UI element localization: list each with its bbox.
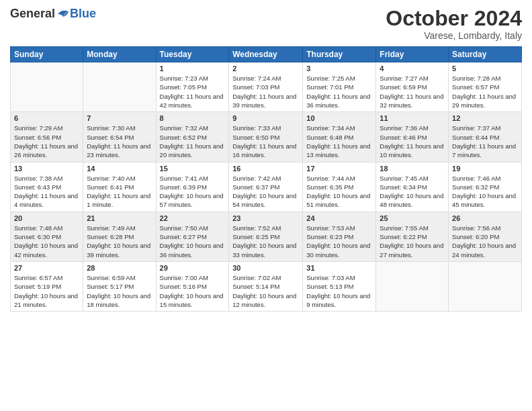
day-info: Sunrise: 7:45 AM Sunset: 6:34 PM Dayligh… bbox=[380, 174, 445, 210]
day-number: 27 bbox=[14, 264, 79, 272]
table-row: 31Sunrise: 7:03 AM Sunset: 5:13 PM Dayli… bbox=[303, 261, 376, 311]
table-row: 28Sunrise: 6:59 AM Sunset: 5:17 PM Dayli… bbox=[83, 261, 156, 311]
day-number: 12 bbox=[452, 114, 518, 122]
table-row: 10Sunrise: 7:34 AM Sunset: 6:48 PM Dayli… bbox=[303, 112, 376, 162]
day-info: Sunrise: 7:23 AM Sunset: 7:05 PM Dayligh… bbox=[160, 74, 226, 109]
day-number: 18 bbox=[380, 165, 445, 173]
table-row: 2Sunrise: 7:24 AM Sunset: 7:03 PM Daylig… bbox=[229, 62, 303, 112]
table-row: 3Sunrise: 7:25 AM Sunset: 7:01 PM Daylig… bbox=[303, 62, 376, 112]
day-number: 13 bbox=[14, 165, 79, 173]
day-info: Sunrise: 7:55 AM Sunset: 6:22 PM Dayligh… bbox=[380, 224, 445, 259]
day-info: Sunrise: 6:59 AM Sunset: 5:17 PM Dayligh… bbox=[87, 273, 152, 309]
day-number: 10 bbox=[306, 114, 372, 122]
day-number: 20 bbox=[14, 214, 79, 222]
logo: General Blue bbox=[10, 7, 96, 21]
col-sunday: Sunday bbox=[11, 47, 83, 62]
header: General Blue October 2024 Varese, Lombar… bbox=[10, 7, 522, 41]
day-number: 8 bbox=[160, 114, 226, 122]
day-number: 24 bbox=[306, 214, 372, 222]
logo-bird-icon bbox=[56, 7, 70, 21]
calendar-week-5: 27Sunrise: 6:57 AM Sunset: 5:19 PM Dayli… bbox=[11, 261, 522, 311]
day-info: Sunrise: 7:30 AM Sunset: 6:54 PM Dayligh… bbox=[87, 124, 152, 159]
table-row: 6Sunrise: 7:29 AM Sunset: 6:56 PM Daylig… bbox=[11, 112, 83, 162]
day-info: Sunrise: 7:42 AM Sunset: 6:37 PM Dayligh… bbox=[232, 174, 299, 210]
day-info: Sunrise: 7:28 AM Sunset: 6:57 PM Dayligh… bbox=[452, 74, 518, 109]
day-number: 26 bbox=[452, 214, 518, 222]
table-row: 19Sunrise: 7:46 AM Sunset: 6:32 PM Dayli… bbox=[449, 162, 522, 212]
table-row: 7Sunrise: 7:30 AM Sunset: 6:54 PM Daylig… bbox=[83, 112, 156, 162]
day-info: Sunrise: 7:52 AM Sunset: 6:25 PM Dayligh… bbox=[232, 224, 299, 259]
day-number: 23 bbox=[232, 214, 299, 222]
table-row: 22Sunrise: 7:50 AM Sunset: 6:27 PM Dayli… bbox=[156, 212, 229, 261]
day-info: Sunrise: 7:50 AM Sunset: 6:27 PM Dayligh… bbox=[160, 224, 226, 259]
page: General Blue October 2024 Varese, Lombar… bbox=[0, 0, 532, 411]
col-monday: Monday bbox=[83, 47, 156, 62]
day-info: Sunrise: 7:03 AM Sunset: 5:13 PM Dayligh… bbox=[306, 273, 372, 309]
col-wednesday: Wednesday bbox=[229, 47, 303, 62]
day-info: Sunrise: 7:46 AM Sunset: 6:32 PM Dayligh… bbox=[452, 174, 518, 210]
day-info: Sunrise: 7:37 AM Sunset: 6:44 PM Dayligh… bbox=[452, 124, 518, 159]
day-info: Sunrise: 7:32 AM Sunset: 6:52 PM Dayligh… bbox=[160, 124, 226, 159]
day-number: 28 bbox=[87, 264, 152, 272]
logo-blue-text: Blue bbox=[70, 7, 96, 21]
table-row: 1Sunrise: 7:23 AM Sunset: 7:05 PM Daylig… bbox=[156, 62, 229, 112]
day-info: Sunrise: 7:44 AM Sunset: 6:35 PM Dayligh… bbox=[306, 174, 372, 210]
table-row: 24Sunrise: 7:53 AM Sunset: 6:23 PM Dayli… bbox=[303, 212, 376, 261]
day-number: 9 bbox=[232, 114, 299, 122]
table-row: 27Sunrise: 6:57 AM Sunset: 5:19 PM Dayli… bbox=[11, 261, 83, 311]
day-info: Sunrise: 7:41 AM Sunset: 6:39 PM Dayligh… bbox=[160, 174, 226, 210]
table-row: 11Sunrise: 7:36 AM Sunset: 6:46 PM Dayli… bbox=[376, 112, 449, 162]
table-row bbox=[449, 261, 522, 311]
table-row bbox=[376, 261, 449, 311]
table-row: 17Sunrise: 7:44 AM Sunset: 6:35 PM Dayli… bbox=[303, 162, 376, 212]
day-number: 11 bbox=[380, 114, 445, 122]
logo-general-text: General bbox=[10, 7, 55, 21]
table-row: 16Sunrise: 7:42 AM Sunset: 6:37 PM Dayli… bbox=[229, 162, 303, 212]
table-row: 18Sunrise: 7:45 AM Sunset: 6:34 PM Dayli… bbox=[376, 162, 449, 212]
table-row: 14Sunrise: 7:40 AM Sunset: 6:41 PM Dayli… bbox=[83, 162, 156, 212]
table-row: 15Sunrise: 7:41 AM Sunset: 6:39 PM Dayli… bbox=[156, 162, 229, 212]
table-row: 30Sunrise: 7:02 AM Sunset: 5:14 PM Dayli… bbox=[229, 261, 303, 311]
table-row: 25Sunrise: 7:55 AM Sunset: 6:22 PM Dayli… bbox=[376, 212, 449, 261]
day-info: Sunrise: 7:25 AM Sunset: 7:01 PM Dayligh… bbox=[306, 74, 372, 109]
day-info: Sunrise: 7:48 AM Sunset: 6:30 PM Dayligh… bbox=[14, 224, 79, 259]
day-info: Sunrise: 7:56 AM Sunset: 6:20 PM Dayligh… bbox=[452, 224, 518, 259]
day-number: 31 bbox=[306, 264, 372, 272]
day-info: Sunrise: 7:49 AM Sunset: 6:28 PM Dayligh… bbox=[87, 224, 152, 259]
day-info: Sunrise: 7:53 AM Sunset: 6:23 PM Dayligh… bbox=[306, 224, 372, 259]
day-number: 6 bbox=[14, 114, 79, 122]
day-number: 7 bbox=[87, 114, 152, 122]
day-info: Sunrise: 6:57 AM Sunset: 5:19 PM Dayligh… bbox=[14, 273, 79, 309]
day-number: 22 bbox=[160, 214, 226, 222]
day-number: 2 bbox=[232, 64, 299, 73]
day-info: Sunrise: 7:24 AM Sunset: 7:03 PM Dayligh… bbox=[232, 74, 299, 109]
day-number: 4 bbox=[380, 64, 445, 73]
calendar-week-4: 20Sunrise: 7:48 AM Sunset: 6:30 PM Dayli… bbox=[11, 212, 522, 261]
table-row: 23Sunrise: 7:52 AM Sunset: 6:25 PM Dayli… bbox=[229, 212, 303, 261]
calendar-week-3: 13Sunrise: 7:38 AM Sunset: 6:43 PM Dayli… bbox=[11, 162, 522, 212]
day-info: Sunrise: 7:40 AM Sunset: 6:41 PM Dayligh… bbox=[87, 174, 152, 210]
day-number: 25 bbox=[380, 214, 445, 222]
table-row: 21Sunrise: 7:49 AM Sunset: 6:28 PM Dayli… bbox=[83, 212, 156, 261]
day-info: Sunrise: 7:27 AM Sunset: 6:59 PM Dayligh… bbox=[380, 74, 445, 109]
day-number: 3 bbox=[306, 64, 372, 73]
table-row bbox=[11, 62, 83, 112]
day-number: 30 bbox=[232, 264, 299, 272]
day-info: Sunrise: 7:34 AM Sunset: 6:48 PM Dayligh… bbox=[306, 124, 372, 159]
day-number: 5 bbox=[452, 64, 518, 73]
table-row: 29Sunrise: 7:00 AM Sunset: 5:16 PM Dayli… bbox=[156, 261, 229, 311]
day-number: 16 bbox=[232, 165, 299, 173]
col-tuesday: Tuesday bbox=[156, 47, 229, 62]
col-friday: Friday bbox=[376, 47, 449, 62]
month-title: October 2024 bbox=[386, 7, 522, 30]
calendar-week-2: 6Sunrise: 7:29 AM Sunset: 6:56 PM Daylig… bbox=[11, 112, 522, 162]
day-info: Sunrise: 7:00 AM Sunset: 5:16 PM Dayligh… bbox=[160, 273, 226, 309]
day-number: 21 bbox=[87, 214, 152, 222]
title-section: October 2024 Varese, Lombardy, Italy bbox=[386, 7, 522, 41]
day-info: Sunrise: 7:29 AM Sunset: 6:56 PM Dayligh… bbox=[14, 124, 79, 159]
calendar-table: Sunday Monday Tuesday Wednesday Thursday… bbox=[10, 46, 522, 312]
table-row: 20Sunrise: 7:48 AM Sunset: 6:30 PM Dayli… bbox=[11, 212, 83, 261]
day-info: Sunrise: 7:33 AM Sunset: 6:50 PM Dayligh… bbox=[232, 124, 299, 159]
col-saturday: Saturday bbox=[449, 47, 522, 62]
day-number: 17 bbox=[306, 165, 372, 173]
